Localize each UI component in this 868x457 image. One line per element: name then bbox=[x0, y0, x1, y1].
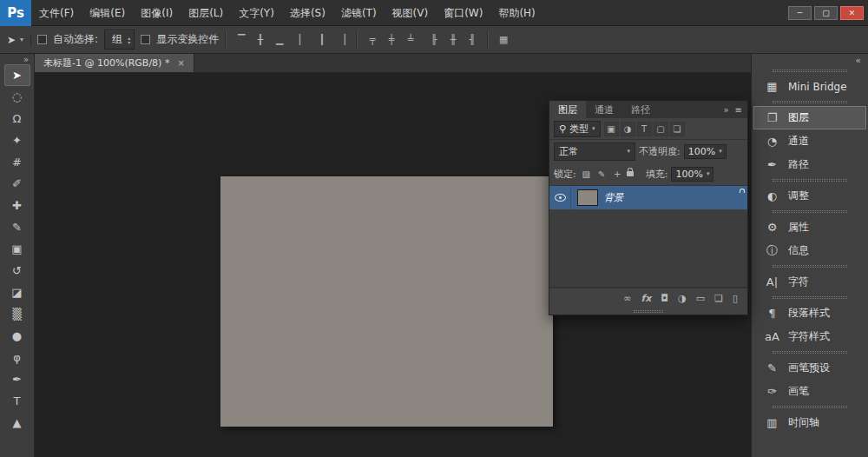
tab-paths[interactable]: 路径 bbox=[622, 101, 659, 118]
menu-item-window[interactable]: 窗口(W) bbox=[436, 0, 490, 26]
align-right-edges-icon[interactable]: ▕ bbox=[332, 31, 350, 49]
tab-channels[interactable]: 通道 bbox=[586, 101, 622, 118]
align-horizontal-centers-icon[interactable]: ┃ bbox=[313, 31, 331, 49]
expand-panels-icon[interactable]: « bbox=[855, 55, 861, 66]
panel-button-paragraph-styles[interactable]: ¶ 段落样式 bbox=[753, 301, 866, 325]
auto-select-checkbox[interactable] bbox=[37, 35, 47, 44]
align-vertical-centers-icon[interactable]: ╂ bbox=[252, 31, 269, 49]
tool-preset-picker[interactable]: ➤ ▾ bbox=[7, 34, 31, 46]
crop-tool[interactable]: # bbox=[4, 151, 30, 173]
dock-drag-handle[interactable] bbox=[752, 208, 868, 215]
menu-item-file[interactable]: 文件(F) bbox=[31, 0, 82, 26]
distribute-top-edges-icon[interactable]: ╤ bbox=[364, 31, 381, 49]
move-tool[interactable]: ➤ bbox=[4, 64, 30, 86]
dock-drag-handle[interactable] bbox=[752, 262, 868, 270]
dock-drag-handle[interactable] bbox=[752, 403, 868, 411]
brush-tool[interactable]: ✎ bbox=[4, 216, 30, 238]
dock-drag-handle[interactable] bbox=[752, 176, 868, 184]
canvas-document[interactable] bbox=[220, 176, 553, 427]
healing-brush-tool[interactable]: ✚ bbox=[4, 195, 30, 216]
blend-mode-select[interactable]: 正常 ▾ bbox=[554, 142, 635, 161]
clone-stamp-tool[interactable]: ▣ bbox=[4, 238, 30, 260]
show-transform-controls-checkbox[interactable] bbox=[141, 35, 150, 44]
collapse-tools-icon[interactable]: » bbox=[23, 54, 34, 64]
path-selection-tool[interactable]: ▲ bbox=[4, 412, 30, 434]
panel-menu-icon[interactable]: ≡ bbox=[735, 105, 742, 115]
gradient-tool[interactable]: ▒ bbox=[4, 303, 30, 325]
panel-button-brush[interactable]: ✑ 画笔 bbox=[753, 380, 866, 403]
menu-item-select[interactable]: 选择(S) bbox=[282, 0, 333, 26]
panel-button-mini-bridge[interactable]: ▦ Mini Bridge bbox=[753, 75, 866, 98]
add-layer-mask-icon[interactable]: ◘ bbox=[661, 293, 668, 304]
layer-style-icon[interactable]: fx bbox=[641, 293, 651, 304]
distribute-right-edges-icon[interactable]: ╢ bbox=[464, 31, 481, 49]
filter-type-layers-icon[interactable]: T bbox=[637, 122, 652, 136]
panel-resize-grip[interactable] bbox=[549, 308, 747, 315]
panel-button-adjustments[interactable]: ◐ 调整 bbox=[753, 184, 866, 208]
new-adjustment-layer-icon[interactable]: ◑ bbox=[678, 293, 687, 304]
panel-button-character[interactable]: A| 字符 bbox=[753, 270, 866, 294]
eraser-tool[interactable]: ◪ bbox=[4, 281, 30, 303]
elliptical-marquee-tool[interactable]: ◌ bbox=[4, 86, 30, 108]
auto-align-layers-icon[interactable]: ▦ bbox=[495, 31, 512, 49]
maximize-button[interactable]: ▢ bbox=[814, 6, 838, 20]
panel-button-timeline[interactable]: ▥ 时间轴 bbox=[753, 411, 866, 434]
filter-shape-layers-icon[interactable]: ▢ bbox=[654, 122, 668, 136]
dock-drag-handle[interactable] bbox=[752, 98, 868, 106]
pen-tool[interactable]: ✒ bbox=[4, 368, 30, 390]
blur-tool[interactable]: ● bbox=[4, 325, 30, 347]
lock-transparent-pixels-icon[interactable]: ▨ bbox=[580, 169, 593, 179]
panel-button-channels[interactable]: ◔ 通道 bbox=[753, 129, 866, 153]
panel-button-character-styles[interactable]: aA 字符样式 bbox=[753, 325, 866, 348]
dock-drag-handle[interactable] bbox=[752, 294, 868, 301]
minimize-button[interactable]: ─ bbox=[788, 6, 812, 20]
opacity-input[interactable]: 100% ▾ bbox=[684, 144, 727, 159]
menu-item-help[interactable]: 帮助(H) bbox=[490, 0, 542, 26]
magic-wand-tool[interactable]: ✦ bbox=[4, 129, 30, 151]
align-left-edges-icon[interactable]: ▏ bbox=[294, 31, 312, 49]
filter-adjustment-layers-icon[interactable]: ◑ bbox=[621, 122, 635, 136]
distribute-left-edges-icon[interactable]: ╟ bbox=[425, 31, 443, 49]
panel-button-info[interactable]: ⓘ 信息 bbox=[753, 239, 866, 262]
lock-all-button[interactable] bbox=[627, 171, 642, 176]
eyedropper-tool[interactable]: ✐ bbox=[4, 173, 30, 195]
layer-row-background[interactable]: 背景 bbox=[549, 186, 747, 209]
panel-button-properties[interactable]: ⚙ 属性 bbox=[753, 215, 866, 239]
distribute-vertical-centers-icon[interactable]: ╪ bbox=[383, 31, 400, 49]
lock-image-pixels-icon[interactable]: ✎ bbox=[595, 169, 608, 179]
lock-position-icon[interactable]: + bbox=[611, 169, 624, 179]
panel-button-brush-presets[interactable]: ✎ 画笔预设 bbox=[753, 356, 866, 380]
filter-kind-select[interactable]: ⚲ 类型 ▾ bbox=[554, 121, 601, 137]
dock-drag-handle[interactable] bbox=[752, 67, 868, 75]
distribute-bottom-edges-icon[interactable]: ╧ bbox=[402, 31, 419, 49]
align-bottom-edges-icon[interactable]: ▁ bbox=[271, 31, 288, 49]
new-group-icon[interactable]: ▭ bbox=[696, 293, 705, 304]
collapse-panel-icon[interactable]: » bbox=[723, 105, 728, 115]
filter-pixel-layers-icon[interactable]: ▣ bbox=[604, 122, 619, 136]
auto-select-scope-select[interactable]: 组 ▴▾ bbox=[104, 30, 135, 50]
lasso-tool[interactable]: Ω bbox=[4, 108, 30, 129]
delete-layer-icon[interactable]: ▯ bbox=[733, 293, 738, 304]
distribute-horizontal-centers-icon[interactable]: ╫ bbox=[444, 31, 462, 49]
dock-drag-handle[interactable] bbox=[752, 348, 868, 356]
menu-item-layer[interactable]: 图层(L) bbox=[181, 0, 231, 26]
layer-thumbnail[interactable] bbox=[577, 189, 598, 206]
close-button[interactable]: ✕ bbox=[840, 6, 864, 20]
menu-item-type[interactable]: 文字(Y) bbox=[231, 0, 282, 26]
visibility-toggle[interactable] bbox=[549, 186, 571, 209]
history-brush-tool[interactable]: ↺ bbox=[4, 260, 30, 281]
filter-smart-objects-icon[interactable]: ❏ bbox=[670, 122, 685, 136]
document-tab[interactable]: 未标题-1 @ 100%(RGB/8) * × bbox=[35, 54, 194, 72]
align-top-edges-icon[interactable]: ▔ bbox=[233, 31, 250, 49]
menu-item-view[interactable]: 视图(V) bbox=[385, 0, 437, 26]
panel-button-paths[interactable]: ✒ 路径 bbox=[753, 153, 866, 176]
panel-button-layers[interactable]: ❐ 图层 bbox=[753, 106, 866, 129]
menu-item-edit[interactable]: 编辑(E) bbox=[82, 0, 133, 26]
menu-item-filter[interactable]: 滤镜(T) bbox=[333, 0, 385, 26]
close-tab-icon[interactable]: × bbox=[177, 58, 184, 68]
tab-layers[interactable]: 图层 bbox=[549, 101, 586, 118]
fill-input[interactable]: 100% ▾ bbox=[671, 167, 713, 182]
menu-item-image[interactable]: 图像(I) bbox=[133, 0, 181, 26]
type-tool[interactable]: T bbox=[4, 390, 30, 412]
new-layer-icon[interactable]: ❏ bbox=[714, 293, 723, 304]
